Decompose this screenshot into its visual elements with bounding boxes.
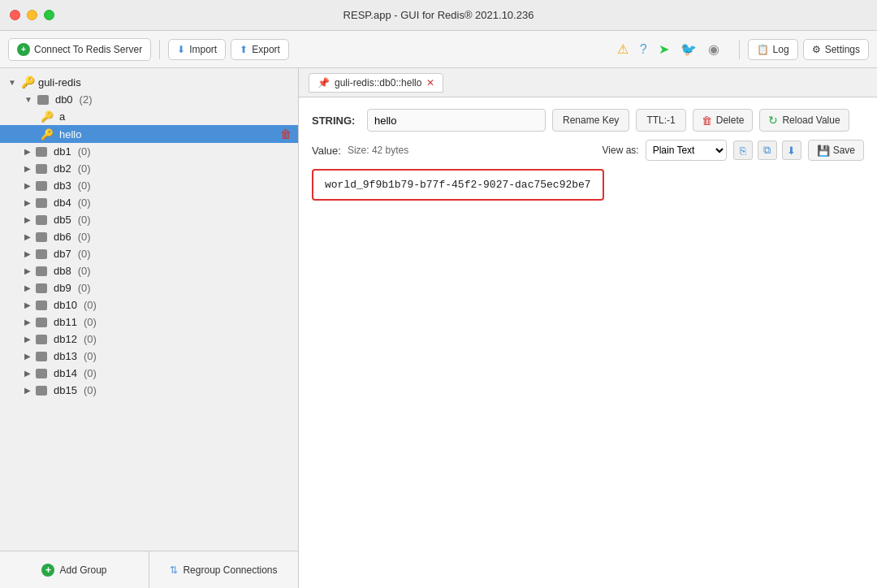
sidebar-item-db13[interactable]: ▶ db13 (0)	[0, 348, 298, 365]
export-icon: ⬆	[240, 44, 248, 55]
key-tab-hello[interactable]: 📌 guli-redis::db0::hello ✕	[309, 73, 443, 93]
toolbar: + Connect To Redis Server ⬇ Import ⬆ Exp…	[0, 31, 877, 68]
log-button[interactable]: 📋 Log	[748, 39, 798, 60]
top-icon-group: ⚠ ? ➤ 🐦 ◉	[617, 41, 719, 57]
sidebar-item-db12[interactable]: ▶ db12 (0)	[0, 331, 298, 348]
expand-arrow-connection: ▼	[8, 78, 16, 87]
format-button[interactable]: ⧉	[758, 141, 777, 160]
db1-count: (0)	[78, 145, 91, 158]
db11-count: (0)	[84, 316, 97, 328]
key-icon-a: 🔑	[41, 110, 54, 123]
log-icon: 📋	[757, 44, 769, 55]
sidebar-item-db7[interactable]: ▶ db7 (0)	[0, 245, 298, 262]
key-tabbar: 📌 guli-redis::db0::hello ✕	[299, 68, 877, 97]
regroup-connections-button[interactable]: ⇅ Regroup Connections	[149, 551, 298, 588]
content-area: 📌 guli-redis::db0::hello ✕ STRING: Renam…	[299, 68, 877, 588]
sidebar-item-db10[interactable]: ▶ db10 (0)	[0, 296, 298, 313]
sidebar-item-db3[interactable]: ▶ db3 (0)	[0, 177, 298, 194]
db1-label: db1	[54, 145, 71, 158]
key-name-input[interactable]	[367, 109, 546, 132]
connect-to-redis-button[interactable]: + Connect To Redis Server	[8, 38, 151, 61]
db10-label: db10	[54, 299, 77, 311]
sidebar-item-db1[interactable]: ▶ db1 (0)	[0, 143, 298, 160]
copy-icon: ⎘	[740, 145, 746, 157]
db7-icon	[36, 249, 47, 259]
window-title: RESP.app - GUI for Redis® 2021.10.236	[343, 9, 534, 21]
key-detail-panel: STRING: Rename Key TTL:-1 🗑 Delete ↻ Rel…	[299, 97, 877, 588]
db3-count: (0)	[78, 179, 91, 192]
db8-count: (0)	[78, 265, 91, 277]
add-group-label: Add Group	[59, 564, 106, 576]
key-a-label: a	[59, 110, 65, 123]
reload-value-button[interactable]: ↻ Reload Value	[759, 109, 849, 132]
expand-arrow-db0: ▼	[24, 95, 32, 104]
minimize-button[interactable]	[27, 10, 37, 20]
sidebar-item-key-hello[interactable]: 🔑 hello ✏ 🗑	[0, 125, 298, 143]
copy-button[interactable]: ⎘	[733, 141, 753, 160]
warning-icon[interactable]: ⚠	[617, 41, 629, 57]
sidebar-item-db9[interactable]: ▶ db9 (0)	[0, 279, 298, 296]
import-icon: ⬇	[177, 44, 185, 55]
db14-label: db14	[54, 367, 77, 379]
sidebar-item-key-a[interactable]: 🔑 a	[0, 108, 298, 125]
view-as-select[interactable]: Plain Text JSON HEX Binary	[646, 140, 727, 161]
sidebar: ▼ 🔑 guli-redis ▼ db0 (2) 🔑 a 🔑	[0, 68, 299, 588]
value-content[interactable]: world_9f9b1b79-b77f-45f2-9027-dac75ec92b…	[315, 172, 601, 197]
key-icon-hello: 🔑	[41, 128, 54, 141]
db6-label: db6	[54, 231, 71, 243]
db13-icon	[36, 352, 47, 361]
sidebar-item-db0[interactable]: ▼ db0 (2)	[0, 91, 298, 108]
type-label: STRING:	[312, 115, 361, 127]
toolbar-separator-2	[739, 40, 740, 59]
add-group-button[interactable]: + Add Group	[0, 551, 149, 588]
import-label: Import	[189, 44, 217, 55]
sidebar-item-db2[interactable]: ▶ db2 (0)	[0, 160, 298, 177]
sidebar-item-db4[interactable]: ▶ db4 (0)	[0, 194, 298, 211]
twitter-icon[interactable]: 🐦	[680, 41, 697, 57]
add-group-icon: +	[41, 564, 54, 577]
arrow-icon[interactable]: ➤	[659, 41, 669, 57]
settings-button[interactable]: ⚙ Settings	[803, 39, 869, 60]
db10-count: (0)	[84, 299, 97, 311]
download-button[interactable]: ⬇	[782, 141, 801, 160]
db4-count: (0)	[78, 197, 91, 209]
view-as-label: View as:	[603, 145, 639, 156]
close-button[interactable]	[10, 10, 20, 20]
db9-count: (0)	[78, 282, 91, 294]
ttl-button[interactable]: TTL:-1	[636, 109, 685, 132]
sidebar-tree: ▼ 🔑 guli-redis ▼ db0 (2) 🔑 a 🔑	[0, 68, 298, 551]
delete-button[interactable]: 🗑 Delete	[693, 109, 754, 132]
value-size: Size: 42 bytes	[348, 145, 408, 156]
sidebar-item-db6[interactable]: ▶ db6 (0)	[0, 228, 298, 245]
close-tab-icon[interactable]: ✕	[426, 77, 434, 89]
db3-icon	[36, 181, 47, 191]
delete-icon: 🗑	[702, 115, 712, 127]
export-button[interactable]: ⬆ Export	[231, 39, 289, 60]
circle-icon[interactable]: ◉	[708, 41, 719, 57]
save-button[interactable]: 💾 Save	[808, 140, 864, 161]
db5-label: db5	[54, 214, 71, 226]
sidebar-item-db14[interactable]: ▶ db14 (0)	[0, 365, 298, 382]
import-button[interactable]: ⬇ Import	[168, 39, 226, 60]
db10-icon	[36, 300, 47, 310]
sidebar-item-db8[interactable]: ▶ db8 (0)	[0, 262, 298, 279]
db8-label: db8	[54, 265, 71, 277]
db9-label: db9	[54, 282, 71, 294]
info-icon[interactable]: ?	[640, 42, 647, 57]
reload-label: Reload Value	[782, 115, 840, 126]
db12-label: db12	[54, 333, 77, 345]
sidebar-item-db5[interactable]: ▶ db5 (0)	[0, 211, 298, 228]
delete-key-icon[interactable]: 🗑	[280, 128, 292, 141]
fullscreen-button[interactable]	[44, 10, 54, 20]
sidebar-footer: + Add Group ⇅ Regroup Connections	[0, 551, 298, 588]
sidebar-item-db11[interactable]: ▶ db11 (0)	[0, 313, 298, 331]
db6-icon	[36, 232, 47, 242]
sidebar-item-db15[interactable]: ▶ db15 (0)	[0, 382, 298, 399]
rename-key-button[interactable]: Rename Key	[552, 109, 629, 132]
sidebar-item-connection[interactable]: ▼ 🔑 guli-redis	[0, 73, 298, 91]
edit-key-icon[interactable]: ✏	[266, 128, 275, 141]
regroup-label: Regroup Connections	[183, 564, 277, 576]
export-label: Export	[252, 44, 280, 55]
download-icon: ⬇	[787, 145, 796, 157]
pin-icon: 📌	[318, 77, 330, 89]
